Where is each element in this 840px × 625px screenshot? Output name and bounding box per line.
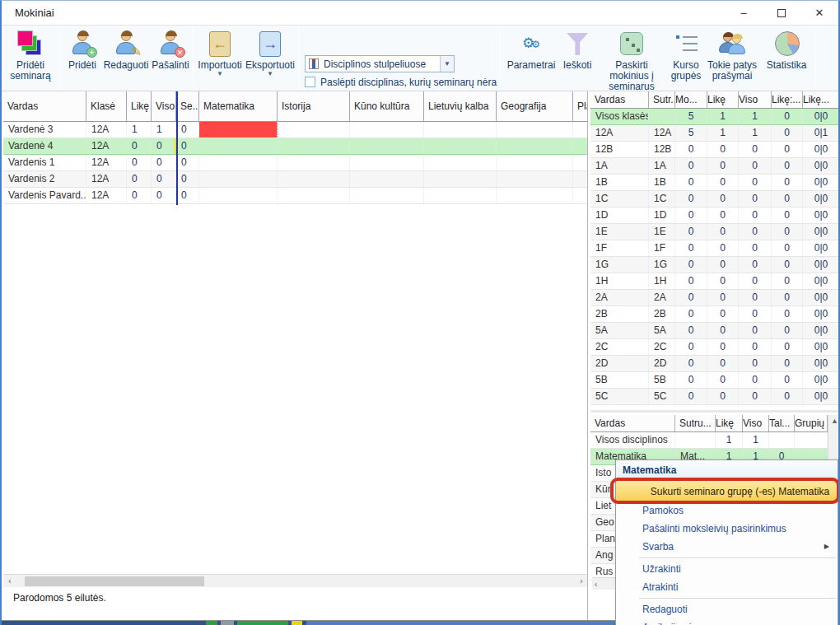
table-cell: 12A (590, 125, 649, 141)
table-row[interactable]: 5B5B00000|0 (590, 372, 840, 389)
table-cell: 0 (772, 372, 803, 388)
table-row[interactable]: 2B2B00000|0 (590, 306, 840, 323)
hide-disciplines-checkbox[interactable]: Paslėpti disciplinas, kurių seminarų nėr… (305, 77, 497, 90)
table-row[interactable]: 1E1E00000|0 (590, 224, 840, 240)
column-header[interactable]: Geografija (497, 91, 573, 121)
table-cell: 1 (707, 109, 739, 124)
column-header[interactable]: Viso (743, 415, 769, 431)
column-header[interactable]: Likę:... (772, 91, 803, 108)
table-cell: 0 (675, 306, 707, 322)
menu-item-apribojimai[interactable]: Apribojimai (616, 618, 838, 625)
maximize-button[interactable] (763, 1, 800, 26)
column-header[interactable]: Klasė (86, 91, 127, 121)
table-cell: 0 (739, 224, 772, 240)
column-header[interactable]: Sutru... (675, 415, 716, 431)
minimize-button[interactable]: – (725, 1, 763, 26)
column-header[interactable]: Vardas (590, 91, 649, 108)
search-button[interactable]: Ieškoti (558, 28, 596, 89)
table-row[interactable]: Vardenis Pavard...12A000 (3, 188, 587, 204)
table-row[interactable]: 2D2D00000|0 (590, 356, 840, 372)
course-groups-button[interactable]: Kurso grupės (667, 28, 705, 89)
column-header[interactable]: Se... (176, 91, 199, 121)
column-header[interactable]: Kūno kultūra (350, 91, 424, 121)
assign-students-button[interactable]: Paskirti mokinius į seminarus (596, 28, 667, 89)
close-button[interactable]: ✕ (800, 1, 838, 26)
column-header[interactable]: Viso (152, 91, 176, 121)
menu-item-pašalinti-moksleivių-pasirinkimus[interactable]: Pašalinti moksleivių pasirinkimus (616, 520, 838, 538)
column-header[interactable]: Mo... (675, 91, 707, 108)
column-header[interactable]: Tal... (769, 415, 795, 431)
table-cell: 12B (649, 142, 675, 157)
table-row[interactable]: Vardenė 312A110 (3, 122, 587, 138)
table-cell: 0 (675, 224, 707, 240)
table-row[interactable]: 1F1F00000|0 (590, 240, 840, 257)
scrollbar-thumb[interactable] (25, 576, 204, 586)
table-row[interactable]: 2A2A00000|0 (590, 290, 840, 306)
maximize-icon (777, 9, 786, 17)
panel-splitter[interactable] (590, 410, 840, 413)
column-header[interactable]: Likę (716, 415, 743, 431)
table-row[interactable]: 2C2C00000|0 (590, 339, 840, 356)
table-row[interactable]: 1H1H00000|0 (590, 273, 840, 290)
column-header[interactable]: Matematika (199, 91, 278, 121)
table-row[interactable]: 1B1B00000|0 (590, 175, 840, 191)
checkbox-box[interactable] (305, 77, 315, 87)
table-cell: 1G (649, 257, 675, 273)
statistics-button[interactable]: Statistika (761, 28, 812, 89)
columns-mode-combobox[interactable]: Disciplinos stulpeliuose ▼ (305, 55, 455, 72)
add-seminar-button[interactable]: Pridėti seminarą (5, 28, 56, 89)
menu-item-atrakinti[interactable]: Atrakinti (616, 578, 838, 596)
column-header[interactable]: Vardas (590, 415, 675, 431)
export-button[interactable]: → Eksportuoti ▼ (245, 28, 295, 89)
horizontal-scrollbar[interactable]: ‹ › (3, 574, 588, 587)
table-cell: 0|0 (803, 306, 840, 322)
column-header[interactable]: Likę (707, 91, 739, 108)
table-row[interactable]: Vardenė 412A000 (3, 138, 587, 155)
table-row[interactable]: 5C5C00000|0 (590, 389, 840, 405)
same-requests-button[interactable]: Tokie patys prašymai (705, 28, 759, 89)
table-cell: 0 (152, 188, 176, 203)
menu-item-redaguoti[interactable]: Redaguoti (616, 600, 838, 618)
scroll-up-arrow[interactable]: ▲ (828, 417, 840, 425)
column-header[interactable]: Pla (573, 91, 588, 121)
table-row[interactable]: 1D1D00000|0 (590, 208, 840, 224)
parameters-button[interactable]: ⚙⚙ Parametrai (504, 28, 558, 89)
column-header[interactable]: Grupių p (795, 415, 828, 431)
create-seminar-group-menu-item[interactable]: Sukurti seminaro grupę (-es) Matematika (616, 480, 838, 501)
table-row[interactable]: Visos disciplinos11 (590, 432, 828, 449)
menu-item-užrakinti[interactable]: Užrakinti (616, 560, 838, 578)
column-header[interactable]: Vardas (3, 91, 86, 121)
table-cell (497, 122, 573, 138)
table-row[interactable]: 1G1G00000|0 (590, 257, 840, 273)
column-header[interactable]: Istorija (278, 91, 350, 121)
table-row[interactable]: 12A12A51100|1 (590, 125, 840, 142)
remove-student-button[interactable]: ✕ Pašalinti (150, 28, 191, 89)
table-row[interactable]: 1A1A00000|0 (590, 158, 840, 175)
table-row[interactable]: 5A5A00000|0 (590, 323, 840, 339)
table-row[interactable]: 1C1C00000|0 (590, 191, 840, 208)
import-button[interactable]: ← Importuoti ▼ (196, 28, 244, 89)
table-row[interactable]: 12B12B00000|0 (590, 142, 840, 158)
column-header[interactable]: Lietuvių kalba (424, 91, 497, 121)
table-row[interactable]: Visos klasės51100|0 (590, 109, 840, 125)
column-header[interactable]: Likę (127, 91, 152, 121)
disciplines-horizontal-scrollbar[interactable]: ‹ (592, 577, 617, 590)
table-cell: 0|0 (803, 224, 840, 240)
menu-item-svarba[interactable]: Svarba▶ (616, 538, 838, 556)
scroll-left-arrow[interactable]: ‹ (592, 580, 597, 589)
table-cell: 0 (739, 372, 772, 388)
table-cell (350, 155, 424, 170)
table-row[interactable]: Vardenis 112A000 (3, 155, 587, 171)
table-cell (649, 109, 675, 124)
table-cell: 0 (772, 191, 803, 207)
scroll-left-arrow[interactable]: ‹ (3, 575, 16, 588)
column-header[interactable]: Viso (739, 91, 772, 108)
table-row[interactable]: Vardenis 212A000 (3, 171, 587, 188)
column-header[interactable]: Likę... (803, 91, 840, 108)
menu-item-pamokos[interactable]: Pamokos (616, 501, 838, 520)
column-header[interactable]: Sutr... (649, 91, 675, 108)
scroll-right-arrow[interactable]: › (575, 575, 588, 588)
add-student-button[interactable]: + Pridėti (63, 28, 102, 89)
edit-student-button[interactable]: ✎ Redaguoti (102, 28, 150, 89)
combobox-dropdown-arrow[interactable]: ▼ (440, 56, 454, 72)
